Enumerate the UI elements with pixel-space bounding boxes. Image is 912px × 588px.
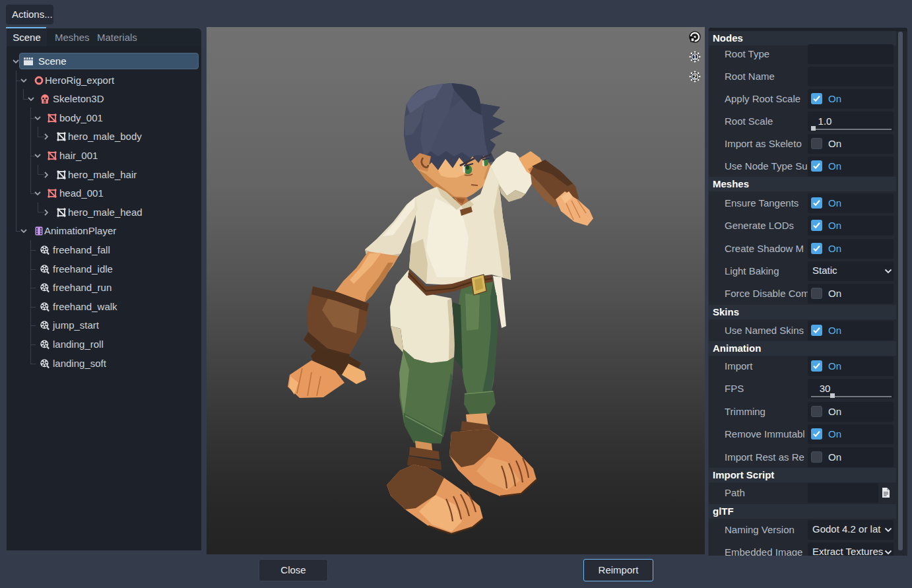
svg-text:2: 2 (693, 73, 696, 80)
svg-text:1: 1 (693, 53, 696, 60)
